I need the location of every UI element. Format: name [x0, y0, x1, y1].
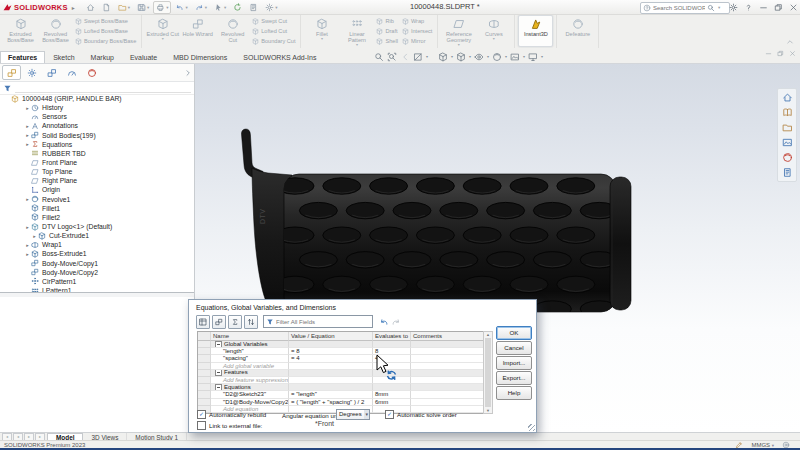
tree-item-wrap1[interactable]: ▸Wrap1 [0, 240, 193, 249]
lofted-boss-base-button[interactable]: Lofted Boss/Base [75, 27, 136, 36]
cell-name[interactable]: Equations [211, 384, 289, 391]
cell-value-equation[interactable] [289, 363, 373, 370]
defeature-button[interactable]: Defeature [560, 15, 595, 47]
search-icon[interactable] [707, 4, 715, 12]
expand-arrow-icon[interactable]: ▸ [24, 141, 31, 147]
column-header-evaluates-to[interactable]: Evaluates to [373, 332, 411, 341]
draft-button[interactable]: Draft [376, 27, 397, 36]
tree-item-fillet1[interactable]: Fillet1 [0, 204, 193, 213]
tree-item-boss-extrude1[interactable]: ▸Boss-Extrude1 [0, 249, 193, 258]
apply-scene-button[interactable] [510, 52, 520, 62]
tab-sketch[interactable]: Sketch [45, 51, 82, 63]
angular-units-select[interactable]: Degrees ▾ [336, 409, 370, 420]
displaymanager-tab[interactable] [82, 65, 101, 80]
doc-close-button[interactable] [789, 50, 796, 57]
hide-show-items-button[interactable] [474, 52, 484, 62]
collapse-group-icon[interactable] [215, 370, 222, 377]
shell-button[interactable]: Shell [376, 37, 397, 46]
print-button[interactable]: ▾ [153, 1, 171, 14]
lofted-cut-button[interactable]: Lofted Cut [252, 27, 295, 36]
expand-arrow-icon[interactable]: ▸ [31, 233, 38, 239]
tab-solidworks-add-ins[interactable]: SOLIDWORKS Add-Ins [235, 51, 324, 63]
tree-item-front-plane[interactable]: Front Plane [0, 158, 193, 167]
expand-arrow-icon[interactable]: ▸ [24, 123, 31, 129]
propertymanager-tab[interactable] [22, 65, 41, 80]
ordered-view-button[interactable] [228, 315, 242, 329]
mirror-button[interactable]: Mirror [402, 37, 432, 46]
row-selector[interactable] [198, 384, 211, 391]
doc-minimize-button[interactable] [765, 50, 772, 57]
tab-markup[interactable]: Markup [83, 51, 122, 63]
redo-button[interactable]: ▾ [192, 1, 210, 14]
cell-value-equation[interactable] [289, 384, 373, 391]
tree-item-origin[interactable]: Origin [0, 185, 193, 194]
previous-view-button[interactable] [400, 52, 410, 62]
options-button[interactable]: ▾ [262, 1, 280, 14]
tree-item-right-plane[interactable]: Right Plane [0, 176, 193, 185]
row-selector[interactable] [198, 363, 211, 370]
doc-restore-button[interactable] [777, 50, 784, 57]
rib-button[interactable]: Rib [376, 17, 397, 26]
equation-row-d1-body-move-copy2[interactable]: "D1@Body-Move/Copy2"= ( "length" + "spac… [198, 399, 484, 406]
tree-item-annotations[interactable]: ▸Annotations [0, 121, 193, 130]
search-dropdown-arrow-icon[interactable]: ▾ [718, 5, 720, 10]
curves-button[interactable]: Curves▾ [476, 15, 511, 47]
edit-appearance-button[interactable] [492, 52, 502, 62]
taskpane-custom-properties-button[interactable] [780, 166, 795, 179]
equation-row-d2-sketch23[interactable]: "D2@Sketch23"= "length"8mm [198, 391, 484, 398]
settings-button[interactable] [729, 3, 738, 12]
export-button[interactable]: Export... [496, 371, 532, 385]
filter-funnel-icon[interactable] [3, 84, 12, 93]
cell-comments[interactable] [411, 399, 484, 406]
extruded-cut-button[interactable]: Extruded Cut▾ [145, 15, 180, 47]
cancel-button[interactable]: Cancel [496, 341, 532, 355]
hole-wizard-button[interactable]: Hole Wizard [180, 15, 215, 47]
reference-geometry-button[interactable]: Reference Geometry▾ [441, 15, 476, 47]
swept-cut-button[interactable]: Swept Cut [252, 17, 295, 26]
import-button[interactable]: Import... [496, 356, 532, 370]
cell-comments[interactable] [411, 348, 484, 355]
row-selector[interactable] [198, 370, 211, 377]
scrollbar-thumb[interactable] [485, 338, 491, 407]
tree-item-solid-bodies-199[interactable]: ▸Solid Bodies(199) [0, 131, 193, 140]
help-search-box[interactable]: ▾ [640, 2, 730, 14]
help-search-input[interactable] [653, 5, 705, 11]
cell-comments[interactable] [411, 384, 484, 391]
solidworks-logo[interactable]: SOLIDWORKS ▸ [3, 3, 75, 12]
menu-expand-arrow-icon[interactable]: ▸ [72, 4, 75, 11]
tree-item-rubber-tbd[interactable]: RUBBER TBD [0, 149, 193, 158]
instant3d-button[interactable]: Instant3D [518, 15, 553, 47]
taskpane-view-palette-button[interactable] [780, 136, 795, 149]
cell-name[interactable]: "D1@Body-Move/Copy2" [211, 399, 289, 406]
revolved-cut-button[interactable]: Revolved Cut [215, 15, 250, 47]
expand-arrow-icon[interactable]: ▸ [24, 242, 31, 248]
expand-arrow-icon[interactable]: ▸ [24, 105, 31, 111]
cell-value-equation[interactable] [289, 377, 373, 384]
expand-panel-tabs-icon[interactable] [184, 69, 192, 77]
cell-comments[interactable] [411, 377, 484, 384]
tab-mbd-dimensions[interactable]: MBD Dimensions [165, 51, 235, 63]
column-header-value-equation[interactable]: Value / Equation [289, 332, 373, 341]
tree-filter-input[interactable] [15, 84, 191, 93]
help-button[interactable]: Help [496, 386, 532, 400]
cell-comments[interactable] [411, 341, 484, 348]
ok-button[interactable]: OK [496, 326, 532, 340]
open-button[interactable]: ▾ [115, 1, 133, 14]
row-selector[interactable] [198, 391, 211, 398]
equation-row-features[interactable]: Features [198, 370, 484, 377]
cell-value-equation[interactable]: = ( "length" + "spacing" ) / 2 [289, 399, 373, 406]
tree-item-equations[interactable]: ▸Equations [0, 140, 193, 149]
expand-arrow-icon[interactable]: ▸ [24, 224, 31, 230]
taskpane-appearances-button[interactable] [780, 151, 795, 164]
dialog-resize-grip[interactable] [528, 424, 535, 431]
zoom-to-area-button[interactable] [387, 52, 397, 62]
cell-name[interactable]: Global Variables [211, 341, 289, 348]
zoom-to-fit-button[interactable] [374, 52, 384, 62]
tab-features[interactable]: Features [0, 51, 45, 63]
featuremanager-tab[interactable] [2, 65, 21, 80]
cell-comments[interactable] [411, 391, 484, 398]
tree-item-sensors[interactable]: Sensors [0, 112, 193, 121]
tree-item-cut-extrude1[interactable]: ▸Cut-Extrude1 [0, 231, 193, 240]
equation-row-global-variables[interactable]: Global Variables [198, 341, 484, 348]
cell-value-equation[interactable] [289, 341, 373, 348]
